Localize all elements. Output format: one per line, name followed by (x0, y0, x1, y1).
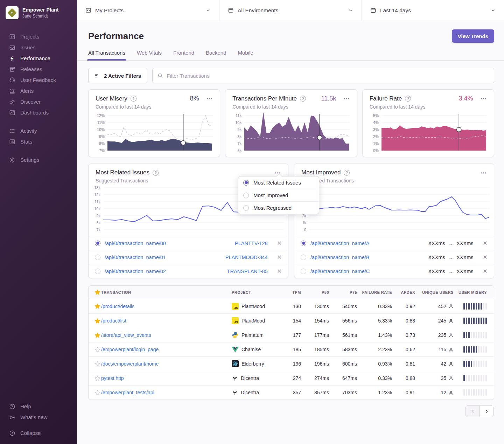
failure-rate-chart[interactable]: 5%4%3%2%1%0% (370, 113, 487, 153)
sidebar-item-dashboards[interactable]: Dashboards (0, 107, 77, 118)
sidebar-item-discover[interactable]: Discover (0, 96, 77, 107)
sidebar-item-stats[interactable]: Stats (0, 136, 77, 147)
sidebar-item-alerts[interactable]: Alerts (0, 85, 77, 96)
sidebar-item-projects[interactable]: Projects (0, 31, 77, 42)
transaction-link[interactable]: /api/0/transaction_name/C (310, 269, 424, 274)
search-input[interactable] (167, 73, 489, 79)
help-circle-icon[interactable]: ? (344, 170, 350, 176)
settings-icon (9, 157, 15, 163)
transaction-link[interactable]: pytest.http (101, 375, 232, 381)
user-icon (448, 347, 454, 352)
user-misery-chart[interactable]: 12%11%10%9%8%7% (96, 113, 213, 153)
star-toggle[interactable] (89, 390, 101, 396)
close-icon[interactable]: ✕ (277, 241, 282, 246)
sidebar-item-issues[interactable]: Issues (0, 42, 77, 53)
close-icon[interactable]: ✕ (277, 255, 282, 260)
sidebar-item-releases[interactable]: Releases (0, 64, 77, 75)
transaction-link[interactable]: /api/0/transaction_name/00 (105, 241, 231, 246)
tpm-card: Transactions Per Minute ? 11.5k ⋯ Compar… (225, 89, 357, 157)
card-menu-button[interactable]: ⋯ (206, 96, 213, 102)
card-subtitle: Compared to last 14 days (232, 104, 350, 110)
most-improved-chart[interactable]: 6k5k4k3k2k1k0 (297, 186, 490, 233)
sidebar-item-user-feedback[interactable]: User Feedback (0, 75, 77, 85)
column-header-apdex[interactable]: APDEX (392, 290, 415, 294)
radio-button[interactable] (95, 255, 100, 260)
star-column-header[interactable] (89, 289, 101, 295)
star-toggle[interactable] (89, 375, 101, 381)
transaction-link[interactable]: /api/0/transaction_name/02 (105, 269, 223, 274)
sidebar-item-help[interactable]: Help (0, 401, 77, 412)
column-header-failure-rate[interactable]: FAILURE RATE (357, 290, 392, 294)
date-range-dropdown[interactable]: Last 14 days (362, 0, 504, 21)
radio-button[interactable] (95, 269, 100, 274)
transaction-link[interactable]: /empowerplant_tests/api (101, 390, 232, 395)
transaction-link[interactable]: /product/details (101, 304, 232, 309)
sidebar-item-settings[interactable]: Settings (0, 154, 77, 165)
column-header-project[interactable]: PROJECT (232, 290, 281, 294)
environment-filter-dropdown[interactable]: All Environments (219, 0, 362, 21)
tab-backend[interactable]: Backend (206, 50, 226, 60)
star-toggle[interactable] (89, 332, 101, 338)
menu-option-most-improved[interactable]: Most Improved (238, 189, 319, 201)
transaction-link[interactable]: /docs/empowerplant/home (101, 361, 232, 367)
star-toggle[interactable] (89, 303, 101, 309)
menu-option-most-related-issues[interactable]: Most Related Issues (238, 176, 319, 189)
table-row: /empowerplant_tests/api Dicentra 357 357… (89, 385, 494, 400)
transaction-link[interactable]: /api/0/transaction_name/B (310, 255, 424, 260)
svg-text:3%: 3% (373, 127, 379, 132)
activity-icon (9, 128, 15, 134)
tab-mobile[interactable]: Mobile (238, 50, 253, 60)
svg-text:1%: 1% (373, 141, 379, 146)
column-header-transaction[interactable]: TRANSACTION (101, 290, 232, 294)
star-toggle[interactable] (89, 318, 101, 324)
user-icon (448, 361, 454, 367)
tpm-chart[interactable]: 11k10k9k8k7k6k (232, 113, 350, 153)
sidebar-collapse-button[interactable]: Collapse (0, 428, 77, 438)
tab-all-transactions[interactable]: All Transactions (88, 50, 125, 60)
help-circle-icon[interactable]: ? (405, 96, 411, 102)
close-icon[interactable]: ✕ (483, 241, 488, 246)
org-switcher[interactable]: ✦ Empower Plant Jane Schmidt (0, 5, 77, 21)
star-toggle[interactable] (89, 361, 101, 367)
radio-button[interactable] (95, 241, 100, 246)
transaction-link[interactable]: /api/0/transaction_name/01 (105, 255, 221, 260)
active-filters-button[interactable]: 2 Active Filters (88, 68, 147, 83)
column-header-p50[interactable]: P50 (301, 290, 329, 294)
tab-web-vitals[interactable]: Web Vitals (137, 50, 162, 60)
issue-link[interactable]: PLANTTV-128 (235, 241, 268, 246)
help-circle-icon[interactable]: ? (131, 96, 136, 102)
sidebar-item-performance[interactable]: Performance (0, 53, 77, 64)
sidebar-item-activity[interactable]: Activity (0, 125, 77, 136)
column-header-p75[interactable]: P75 (329, 290, 357, 294)
transaction-link[interactable]: /empowerplant/login_page (101, 347, 232, 352)
transaction-link[interactable]: /product/list (101, 318, 232, 324)
issue-link[interactable]: PLANTMOOD-344 (225, 255, 268, 260)
radio-button[interactable] (301, 255, 306, 260)
issue-link[interactable]: TRANSPLANT-85 (227, 269, 268, 274)
project-filter-dropdown[interactable]: My Projects (77, 0, 219, 21)
tab-frontend[interactable]: Frontend (173, 50, 194, 60)
pagination (89, 405, 493, 417)
sidebar-item-whats-new[interactable]: What’s new (0, 412, 77, 423)
transaction-link[interactable]: /api/0/transaction_name/A (310, 241, 424, 246)
star-toggle[interactable] (89, 347, 101, 353)
next-page-button[interactable] (479, 406, 493, 417)
transaction-link[interactable]: /store/api_view_events (101, 332, 232, 338)
menu-option-most-regressed[interactable]: Most Regressed (238, 201, 319, 214)
help-circle-icon[interactable]: ? (153, 170, 159, 176)
column-header-tpm[interactable]: TPM (281, 290, 301, 294)
radio-button[interactable] (301, 269, 306, 274)
duration-change: XXXms→XXXms (428, 241, 473, 246)
close-icon[interactable]: ✕ (483, 255, 488, 260)
column-header-user-misery[interactable]: USER MISERY (454, 290, 494, 294)
radio-button[interactable] (301, 241, 306, 246)
column-header-unique-users[interactable]: UNIQUE USERS (415, 290, 454, 294)
close-icon[interactable]: ✕ (277, 269, 282, 274)
help-circle-icon[interactable]: ? (300, 96, 306, 102)
card-menu-button[interactable]: ⋯ (481, 96, 487, 102)
card-menu-button[interactable]: ⋯ (343, 96, 350, 102)
previous-page-button[interactable] (466, 406, 479, 417)
close-icon[interactable]: ✕ (483, 269, 488, 274)
view-trends-button[interactable]: View Trends (452, 29, 494, 43)
card-menu-button[interactable]: ⋯ (481, 170, 487, 176)
